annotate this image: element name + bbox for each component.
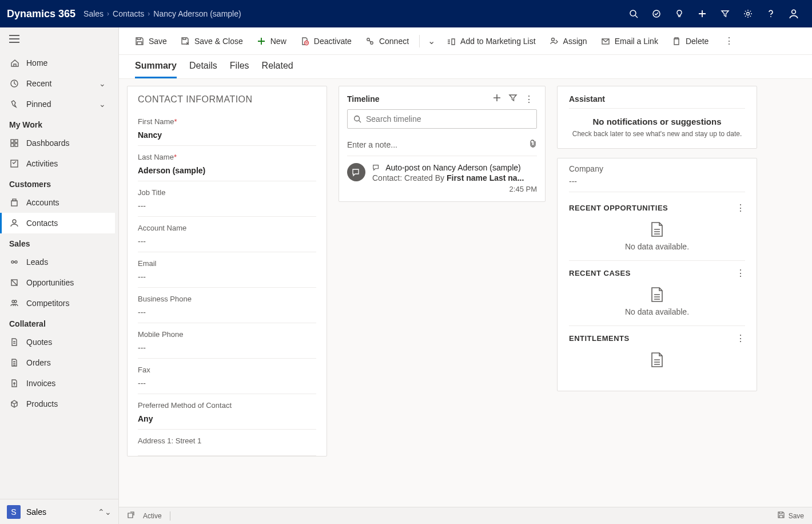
deactivate-button[interactable]: Deactivate (294, 33, 357, 49)
save-button[interactable]: Save (129, 33, 173, 49)
nav-scrollable[interactable]: Home Recent ⌄ Pinned ⌄ My Work Dashboard… (0, 53, 118, 499)
nav-opportunities[interactable]: Opportunities (0, 272, 115, 293)
nav-quotes[interactable]: Quotes (0, 332, 115, 352)
more-icon[interactable]: ⋮ (736, 333, 745, 344)
delete-button[interactable]: Delete (666, 33, 714, 49)
area-badge: S (7, 505, 21, 519)
field-value[interactable]: Any (138, 410, 316, 430)
breadcrumb-item[interactable]: Sales (83, 9, 104, 18)
hamburger-icon[interactable] (9, 35, 19, 45)
section-header: RECENT CASES ⋮ (558, 261, 757, 280)
svg-point-3 (747, 13, 750, 15)
field-value[interactable]: Aderson (sample) (138, 161, 316, 181)
field-row[interactable]: Last Name* Aderson (sample) (128, 153, 327, 181)
tab-files[interactable]: Files (230, 61, 249, 78)
area-switcher[interactable]: S Sales ⌃⌄ (0, 499, 118, 524)
timeline-item[interactable]: Auto-post on Nancy Aderson (sample) Cont… (339, 156, 545, 201)
add-to-marketing-list-button[interactable]: Add to Marketing List (441, 33, 542, 49)
gear-icon[interactable] (737, 0, 759, 27)
lightbulb-icon[interactable] (668, 0, 691, 27)
nav-home[interactable]: Home (0, 53, 115, 73)
field-row[interactable]: First Name* Nancy (128, 117, 327, 146)
field-row[interactable]: Business Phone --- (128, 295, 327, 323)
svg-point-0 (630, 10, 636, 16)
field-label: Fax (138, 366, 316, 374)
save-icon[interactable] (777, 511, 785, 521)
field-row[interactable]: Fax --- (128, 366, 327, 394)
svg-point-25 (355, 116, 360, 121)
timeline-note-input[interactable]: Enter a note... (347, 133, 537, 156)
field-row[interactable]: Address 1: Street 1 (128, 436, 327, 456)
chevron-down-icon: ⌄ (99, 79, 106, 88)
field-value[interactable]: --- (138, 374, 316, 394)
field-value[interactable]: --- (138, 339, 316, 359)
chevron-down-icon[interactable]: ⌄ (424, 32, 439, 50)
more-icon[interactable]: ⋮ (736, 268, 745, 279)
nav-dashboards[interactable]: Dashboards (0, 133, 115, 153)
timeline-card: Timeline ⋮ Enter a note... (339, 86, 546, 202)
field-row[interactable]: Email --- (128, 259, 327, 288)
filter-icon[interactable] (505, 93, 521, 105)
nav-leads[interactable]: Leads (0, 252, 115, 272)
more-icon[interactable]: ⋮ (736, 203, 745, 213)
nav-contacts[interactable]: Contacts (0, 213, 115, 233)
more-icon[interactable]: ⋮ (521, 94, 537, 105)
invoice-icon (9, 379, 19, 388)
tab-summary[interactable]: Summary (135, 61, 177, 78)
add-icon[interactable] (489, 93, 505, 105)
email-a-link-button[interactable]: Email a Link (595, 33, 664, 49)
section-empty: No data available. (558, 280, 757, 325)
field-row[interactable]: Account Name --- (128, 224, 327, 252)
field-value[interactable]: --- (138, 232, 316, 252)
svg-rect-8 (15, 140, 18, 142)
nav-activities[interactable]: Activities (0, 153, 115, 174)
field-value[interactable]: --- (138, 303, 316, 323)
product-icon (9, 399, 19, 408)
breadcrumb-item[interactable]: Nancy Aderson (sample) (153, 9, 241, 18)
timeline-item-user: First name Last na... (447, 173, 524, 182)
search-icon[interactable] (622, 0, 645, 27)
nav-accounts[interactable]: Accounts (0, 192, 115, 213)
connect-button[interactable]: Connect (360, 33, 415, 49)
document-icon (650, 221, 664, 237)
field-row[interactable]: Preferred Method of Contact Any (128, 401, 327, 430)
new-button[interactable]: New (251, 33, 292, 49)
form-tabs: SummaryDetailsFilesRelated (119, 55, 812, 79)
nav-pinned[interactable]: Pinned ⌄ (0, 94, 115, 114)
svg-point-14 (13, 220, 16, 223)
statusbar-save-label[interactable]: Save (789, 512, 804, 520)
timeline-search-input[interactable] (366, 114, 531, 124)
site-map-panel: Home Recent ⌄ Pinned ⌄ My Work Dashboard… (0, 27, 119, 524)
field-value[interactable]: Nancy (138, 126, 316, 146)
plus-icon[interactable] (691, 0, 714, 27)
field-row[interactable]: Mobile Phone --- (128, 330, 327, 359)
tab-related[interactable]: Related (262, 61, 293, 78)
breadcrumb-item[interactable]: Contacts (113, 9, 144, 18)
field-value[interactable]: --- (138, 197, 316, 217)
task-icon[interactable] (645, 0, 668, 27)
more-icon[interactable]: ⋮ (721, 32, 737, 50)
user-icon[interactable] (782, 0, 805, 27)
tab-details[interactable]: Details (189, 61, 217, 78)
nav-invoices[interactable]: Invoices (0, 373, 115, 394)
nav-recent[interactable]: Recent ⌄ (0, 73, 115, 94)
popout-icon[interactable] (127, 511, 135, 521)
field-row[interactable]: Job Title --- (128, 188, 327, 217)
help-icon[interactable] (759, 0, 782, 27)
field-value[interactable]: --- (138, 268, 316, 288)
field-label: Account Name (138, 224, 316, 232)
section-empty: No data available. (558, 215, 757, 260)
company-value[interactable]: --- (569, 177, 745, 192)
nav-orders[interactable]: Orders (0, 352, 115, 373)
save-close-button[interactable]: Save & Close (175, 33, 249, 49)
timeline-search[interactable] (347, 109, 537, 129)
field-value[interactable] (138, 445, 316, 456)
content-scroll-area[interactable]: CONTACT INFORMATION First Name* Nancy La… (119, 79, 812, 507)
nav-competitors[interactable]: Competitors (0, 293, 115, 313)
svg-rect-9 (11, 144, 14, 146)
nav-label: Home (26, 58, 47, 68)
filter-icon[interactable] (714, 0, 737, 27)
nav-products[interactable]: Products (0, 394, 115, 414)
paperclip-icon[interactable] (529, 139, 537, 150)
assign-button[interactable]: Assign (544, 33, 593, 49)
